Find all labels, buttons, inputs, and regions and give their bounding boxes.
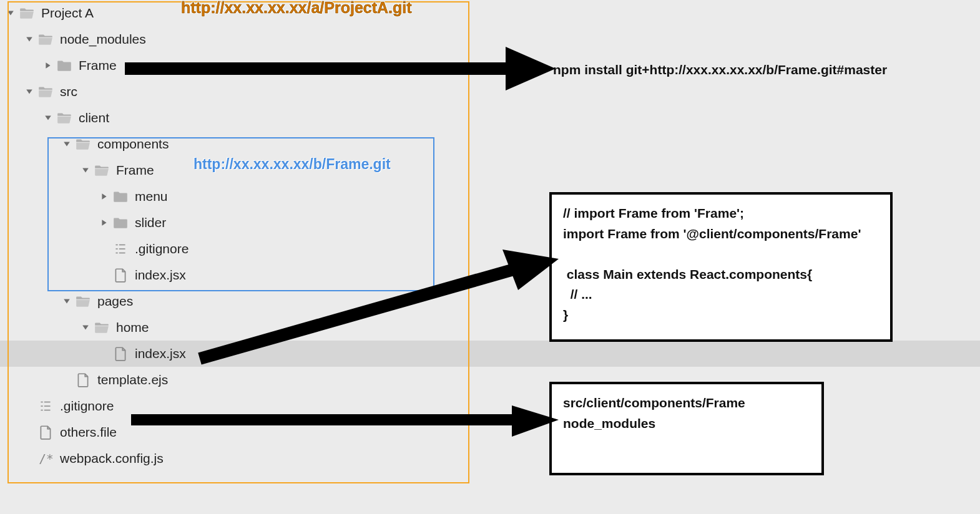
tree-label: src bbox=[60, 84, 77, 99]
annotation-npm-command: npm install git+http://xxx.xx.xx.xx/b/Fr… bbox=[553, 62, 887, 77]
folder-open-icon bbox=[19, 5, 35, 21]
list-file-icon bbox=[112, 241, 129, 257]
folder-open-icon bbox=[37, 31, 54, 47]
tree-label: Frame bbox=[116, 163, 154, 178]
tree-label: Project A bbox=[41, 6, 94, 21]
folder-open-icon bbox=[94, 162, 110, 178]
annotation-frame-url: http://xx.xx.xx.xx/b/Frame.git bbox=[194, 156, 391, 173]
tree-label: slider bbox=[135, 215, 166, 230]
chevron-right-icon[interactable] bbox=[99, 191, 110, 202]
chevron-down-icon[interactable] bbox=[42, 112, 54, 124]
folder-open-icon bbox=[56, 110, 72, 126]
tree-label: pages bbox=[97, 294, 133, 309]
folder-icon bbox=[112, 215, 129, 231]
tree-row-components[interactable]: components bbox=[5, 131, 467, 157]
tree-label: webpack.config.js bbox=[60, 451, 164, 466]
tree-label: template.ejs bbox=[97, 372, 168, 387]
tree-label: index.jsx bbox=[135, 346, 186, 361]
file-icon bbox=[37, 424, 54, 440]
file-icon bbox=[112, 346, 129, 362]
chevron-down-icon[interactable] bbox=[80, 165, 91, 176]
tree-row-slider[interactable]: slider bbox=[5, 210, 467, 236]
folder-open-icon bbox=[75, 293, 91, 309]
tree-label: others.file bbox=[60, 425, 117, 440]
file-icon bbox=[75, 372, 91, 388]
chevron-down-icon[interactable] bbox=[24, 86, 35, 97]
tree-label: .gitignore bbox=[135, 241, 189, 256]
arrow-icon bbox=[125, 405, 562, 449]
file-icon bbox=[112, 267, 129, 283]
tree-label: client bbox=[79, 110, 109, 125]
arrow-icon bbox=[119, 41, 556, 97]
code-box-gitignore: src/client/components/Frame node_modules bbox=[549, 382, 824, 475]
chevron-down-icon[interactable] bbox=[24, 34, 35, 45]
tree-label: .gitignore bbox=[60, 399, 114, 414]
tree-label: home bbox=[116, 320, 149, 335]
tree-label: components bbox=[97, 137, 169, 152]
tree-row-menu[interactable]: menu bbox=[5, 183, 467, 210]
tree-row-webpack-config[interactable]: webpack.config.js bbox=[5, 445, 467, 472]
chevron-down-icon[interactable] bbox=[5, 7, 16, 19]
arrow-icon bbox=[194, 246, 562, 371]
tree-row-client[interactable]: client bbox=[5, 105, 467, 131]
folder-open-icon bbox=[94, 319, 110, 336]
chevron-down-icon[interactable] bbox=[61, 296, 72, 307]
chevron-right-icon[interactable] bbox=[99, 217, 110, 228]
chevron-right-icon[interactable] bbox=[42, 60, 54, 71]
folder-icon bbox=[112, 188, 129, 205]
code-box-index-jsx: // import Frame from 'Frame'; import Fra… bbox=[549, 192, 893, 342]
chevron-down-icon[interactable] bbox=[80, 322, 91, 333]
folder-icon bbox=[56, 57, 72, 74]
comment-file-icon bbox=[37, 450, 54, 467]
list-file-icon bbox=[37, 398, 54, 414]
tree-label: index.jsx bbox=[135, 268, 186, 283]
tree-label: menu bbox=[135, 189, 168, 204]
annotation-project-url: http://xx.xx.xx.xx/a/ProjectA.git bbox=[181, 0, 412, 17]
folder-open-icon bbox=[75, 136, 91, 152]
folder-open-icon bbox=[37, 84, 54, 100]
chevron-down-icon[interactable] bbox=[61, 138, 72, 150]
tree-label: Frame bbox=[79, 58, 117, 73]
